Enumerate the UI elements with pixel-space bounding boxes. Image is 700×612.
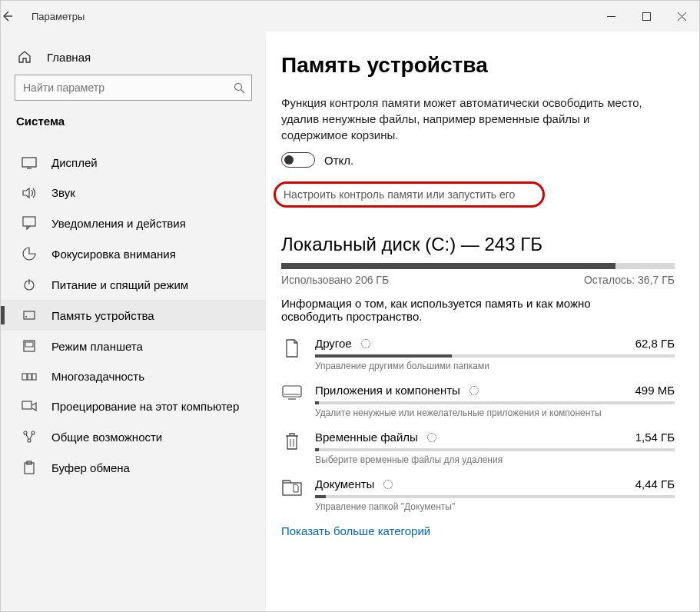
sidebar-item-label: Память устройства (51, 309, 154, 322)
configure-storage-sense-link[interactable]: Настроить контроль памяти или запустить … (274, 181, 545, 208)
search-input[interactable] (23, 81, 234, 94)
minimize-button[interactable] (593, 1, 629, 32)
category-size: 62,8 ГБ (635, 337, 675, 350)
sidebar-home-label: Главная (47, 51, 91, 64)
apps-icon (281, 384, 303, 401)
maximize-button[interactable] (629, 1, 664, 32)
category-bar (315, 495, 675, 498)
sidebar-item-focus[interactable]: Фокусировка внимания (1, 238, 266, 269)
category-bar (315, 448, 675, 451)
category-documents[interactable]: Документы4,44 ГБ Управление папкой "Доку… (281, 477, 675, 512)
svg-point-20 (32, 431, 35, 434)
home-icon (16, 50, 33, 64)
other-icon (281, 337, 303, 358)
category-apps[interactable]: Приложения и компоненты499 МБ Удалите не… (281, 384, 675, 418)
disk-info-text: Информация о том, как используется памят… (281, 297, 635, 323)
sidebar: Главная Система Дисплей Звук Уведомления… (1, 32, 266, 611)
disk-free-label: Осталось: 36,7 ГБ (584, 274, 675, 286)
sidebar-section-header: Система (1, 115, 266, 135)
category-hint: Управление другими большими папками (315, 361, 675, 371)
svg-rect-18 (22, 401, 32, 409)
svg-rect-1 (642, 12, 650, 20)
disk-used-label: Использовано 206 ГБ (281, 274, 389, 286)
main-panel: Память устройства Функция контроля памят… (266, 32, 699, 611)
trash-icon (281, 431, 303, 451)
category-name: Документы (315, 477, 374, 491)
category-name: Приложения и компоненты (315, 384, 460, 397)
close-button[interactable] (664, 1, 699, 32)
svg-rect-15 (22, 374, 27, 380)
category-other[interactable]: Другое62,8 ГБ Управление другими большим… (281, 337, 675, 371)
sidebar-item-notifications[interactable]: Уведомления и действия (1, 208, 266, 238)
shared-icon (21, 430, 38, 444)
svg-rect-11 (24, 311, 35, 319)
sidebar-item-label: Питание и спящий режим (51, 278, 188, 291)
search-input-container[interactable] (15, 75, 252, 101)
loading-spinner-icon (427, 433, 436, 442)
storage-sense-toggle-label: Откл. (324, 154, 353, 167)
loading-spinner-icon (469, 386, 479, 395)
svg-rect-6 (22, 158, 36, 167)
sidebar-item-clipboard[interactable]: Буфер обмена (1, 452, 266, 483)
storage-icon (21, 308, 38, 322)
sidebar-item-storage[interactable]: Память устройства (1, 300, 266, 331)
category-name: Временные файлы (315, 431, 418, 444)
tablet-icon (21, 339, 38, 353)
projecting-icon (21, 401, 38, 413)
sidebar-item-sound[interactable]: Звук (1, 178, 266, 208)
focus-icon (21, 247, 38, 261)
sidebar-item-projecting[interactable]: Проецирование на этот компьютер (1, 391, 266, 421)
multitasking-icon (21, 371, 38, 382)
title-bar: Параметры (1, 1, 699, 32)
svg-rect-14 (25, 342, 33, 347)
category-temp[interactable]: Временные файлы1,54 ГБ Выберите временны… (281, 431, 675, 465)
sound-icon (21, 187, 38, 199)
category-bar (315, 401, 675, 404)
sidebar-item-label: Буфер обмена (51, 461, 130, 474)
category-hint: Удалите ненужные или нежелательные прило… (315, 407, 675, 418)
sidebar-item-label: Фокусировка внимания (51, 248, 176, 261)
category-hint: Управление папкой "Документы" (315, 501, 675, 512)
svg-rect-8 (23, 217, 35, 226)
sidebar-item-label: Уведомления и действия (51, 217, 186, 230)
show-more-categories-link[interactable]: Показать больше категорий (281, 524, 675, 537)
category-size: 499 МБ (635, 384, 675, 397)
sidebar-item-display[interactable]: Дисплей (1, 148, 266, 178)
sidebar-item-label: Проецирование на этот компьютер (51, 400, 239, 413)
sidebar-item-label: Режим планшета (51, 340, 143, 353)
loading-spinner-icon (383, 480, 393, 489)
disk-usage-bar (281, 263, 675, 269)
sidebar-home[interactable]: Главная (1, 47, 266, 75)
category-name: Другое (315, 337, 352, 350)
back-button[interactable] (1, 10, 32, 22)
category-bar (315, 354, 675, 358)
category-hint: Выберите временные файлы для удаления (315, 454, 675, 465)
window-title: Параметры (32, 11, 85, 22)
page-title: Память устройства (281, 53, 675, 78)
clipboard-icon (21, 461, 38, 474)
svg-point-4 (235, 83, 242, 90)
documents-icon (281, 477, 303, 496)
svg-rect-16 (28, 374, 32, 380)
sidebar-item-label: Дисплей (51, 156, 98, 169)
power-icon (21, 278, 38, 291)
svg-line-5 (241, 89, 245, 93)
storage-sense-toggle[interactable] (281, 152, 315, 168)
sidebar-item-multitasking[interactable]: Многозадачность (1, 361, 266, 391)
search-icon (234, 82, 245, 94)
category-size: 1,54 ГБ (635, 431, 675, 444)
sidebar-item-power[interactable]: Питание и спящий режим (1, 269, 266, 300)
sidebar-item-shared[interactable]: Общие возможности (1, 421, 266, 452)
sidebar-item-tablet[interactable]: Режим планшета (1, 331, 266, 361)
svg-rect-17 (32, 374, 36, 380)
svg-rect-24 (283, 386, 301, 397)
storage-sense-description: Функция контроля памяти может автоматиче… (281, 95, 642, 143)
sidebar-item-label: Многозадачность (51, 370, 144, 383)
svg-point-21 (28, 439, 31, 442)
sidebar-item-label: Общие возможности (51, 431, 162, 444)
sidebar-item-label: Звук (51, 186, 75, 199)
notifications-icon (21, 216, 38, 230)
category-size: 4,44 ГБ (635, 477, 675, 491)
loading-spinner-icon (361, 339, 370, 348)
display-icon (21, 157, 38, 169)
